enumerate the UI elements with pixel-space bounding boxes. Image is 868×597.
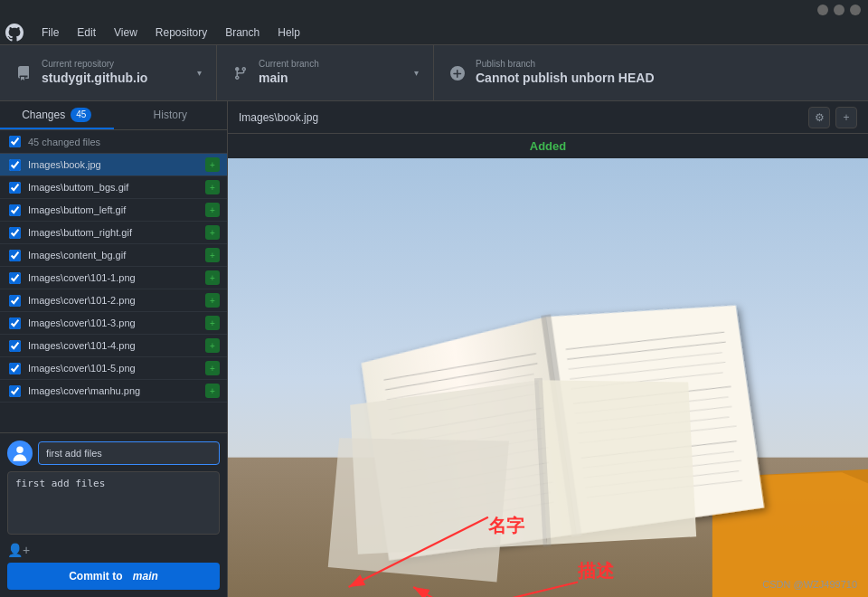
branch-name: main — [259, 70, 319, 88]
commit-area: first add files 👤+ Commit to main — [0, 432, 227, 597]
publish-branch-label: Publish branch — [476, 59, 655, 70]
files-header: 45 changed files — [0, 130, 227, 154]
file-added-badge: + — [205, 316, 220, 330]
book-image-container: 名字 描述 CSDN @WZJ499710 — [228, 158, 868, 597]
publish-icon — [448, 64, 467, 82]
file-added-badge: + — [205, 384, 220, 398]
sidebar: Changes 45 History 45 changed files Imag… — [0, 101, 228, 597]
app-logo — [4, 22, 25, 43]
file-checkbox[interactable] — [9, 340, 21, 352]
menu-repository[interactable]: Repository — [146, 24, 216, 41]
menu-branch[interactable]: Branch — [216, 24, 269, 41]
close-button[interactable] — [850, 5, 861, 15]
file-checkbox[interactable] — [9, 250, 21, 261]
current-branch-section[interactable]: Current branch main ▾ — [217, 45, 434, 100]
file-added-badge: + — [205, 248, 220, 262]
tab-changes[interactable]: Changes 45 — [0, 101, 114, 129]
repo-icon — [14, 64, 33, 82]
file-checkbox[interactable] — [9, 295, 21, 307]
branch-icon — [231, 64, 250, 82]
commit-button[interactable]: Commit to main — [7, 563, 220, 590]
file-checkbox[interactable] — [9, 272, 21, 284]
toolbar: Current repository studygit.github.io ▾ … — [0, 45, 868, 101]
changes-badge: 45 — [71, 108, 91, 122]
tab-history[interactable]: History — [114, 101, 228, 129]
svg-marker-38 — [539, 373, 697, 545]
menu-help[interactable]: Help — [269, 24, 309, 41]
list-item[interactable]: Images\buttom_right.gif + — [0, 222, 227, 244]
watermark: CSDN @WZJ499710 — [762, 579, 857, 590]
list-item[interactable]: Images\cover\101-5.png + — [0, 357, 227, 380]
file-checkbox[interactable] — [9, 182, 21, 194]
list-item[interactable]: Images\cover\manhu.png + — [0, 380, 227, 403]
list-item[interactable]: Images\buttom_bgs.gif + — [0, 176, 227, 199]
menu-view[interactable]: View — [105, 24, 146, 41]
content-header: Images\book.jpg ⚙ + — [228, 101, 868, 134]
file-added-badge: + — [205, 361, 220, 375]
repo-chevron-icon: ▾ — [197, 68, 202, 78]
menu-edit[interactable]: Edit — [68, 24, 105, 41]
file-checkbox[interactable] — [9, 159, 21, 171]
add-button[interactable]: + — [835, 107, 857, 128]
sidebar-tabs: Changes 45 History — [0, 101, 227, 130]
menubar: File Edit View Repository Branch Help — [0, 20, 868, 45]
svg-marker-40 — [328, 426, 509, 582]
current-branch-label: Current branch — [259, 59, 319, 70]
file-added-badge: + — [205, 157, 220, 172]
list-item[interactable]: Images\cover\101-3.png + — [0, 312, 227, 335]
file-added-badge: + — [205, 338, 220, 353]
file-path: Images\book.jpg — [239, 111, 318, 124]
avatar — [7, 441, 33, 466]
commit-name-input[interactable] — [38, 441, 220, 465]
titlebar — [0, 0, 868, 20]
commit-coauthors-row: 👤+ — [7, 543, 220, 557]
svg-text:名字: 名字 — [487, 516, 525, 535]
file-list: Images\book.jpg + Images\buttom_bgs.gif … — [0, 154, 227, 432]
list-item[interactable]: Images\cover\101-1.png + — [0, 267, 227, 289]
content-area: Images\book.jpg ⚙ + Added — [228, 101, 868, 597]
commit-name-row — [7, 441, 220, 466]
current-repo-label: Current repository — [42, 59, 147, 70]
settings-button[interactable]: ⚙ — [808, 107, 830, 128]
main-layout: Changes 45 History 45 changed files Imag… — [0, 101, 868, 597]
current-repo-section[interactable]: Current repository studygit.github.io ▾ — [0, 45, 217, 100]
commit-button-label: Commit to — [69, 570, 122, 583]
file-checkbox[interactable] — [9, 385, 21, 397]
branch-chevron-icon: ▾ — [414, 68, 419, 78]
publish-branch-sublabel: Cannot publish unborn HEAD — [476, 70, 655, 88]
file-added-badge: + — [205, 203, 220, 217]
list-item[interactable]: Images\book.jpg + — [0, 154, 227, 176]
book-image: 名字 描述 — [228, 158, 868, 597]
list-item[interactable]: Images\buttom_left.gif + — [0, 199, 227, 222]
content-actions: ⚙ + — [808, 107, 857, 128]
file-added-badge: + — [205, 293, 220, 308]
minimize-button[interactable] — [817, 5, 828, 15]
select-all-checkbox[interactable] — [9, 136, 21, 147]
add-coauthors-button[interactable]: 👤+ — [7, 543, 30, 557]
menu-file[interactable]: File — [33, 24, 68, 41]
commit-description-input[interactable]: first add files — [7, 471, 220, 535]
file-checkbox[interactable] — [9, 227, 21, 239]
person-add-icon: 👤+ — [7, 543, 30, 557]
file-added-badge: + — [205, 270, 220, 285]
list-item[interactable]: Images\content_bg.gif + — [0, 244, 227, 267]
list-item[interactable]: Images\cover\101-2.png + — [0, 289, 227, 312]
file-checkbox[interactable] — [9, 363, 21, 374]
file-checkbox[interactable] — [9, 317, 21, 329]
publish-branch-section[interactable]: Publish branch Cannot publish unborn HEA… — [434, 45, 868, 100]
file-added-badge: + — [205, 180, 220, 194]
file-checkbox[interactable] — [9, 204, 21, 216]
svg-text:描述: 描述 — [577, 561, 615, 581]
repo-name: studygit.github.io — [42, 70, 147, 88]
list-item[interactable]: Images\cover\101-4.png + — [0, 335, 227, 357]
maximize-button[interactable] — [834, 5, 844, 15]
file-added-badge: + — [205, 225, 220, 240]
commit-branch-label: main — [133, 570, 158, 583]
added-label: Added — [228, 134, 868, 158]
